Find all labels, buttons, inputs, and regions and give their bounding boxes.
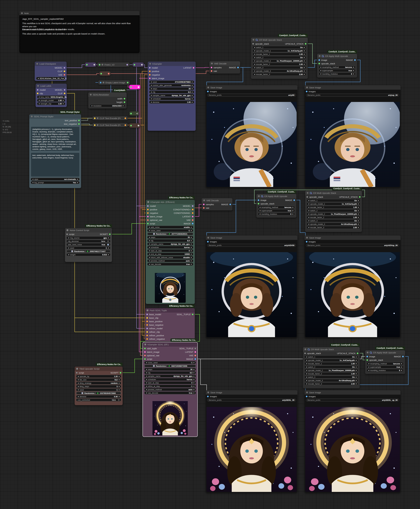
clip-port-icon[interactable] [37, 93, 38, 94]
tile-size-widget[interactable]: ◀tile_size512▶ [76, 378, 121, 381]
collapse-dot-icon[interactable] [97, 117, 98, 119]
control-after-generate-widget[interactable]: ◀control_after_generaterandomize▶ [149, 84, 194, 87]
input-sdxl-tuple[interactable]: sdxl_tuple [144, 347, 157, 350]
input-latent-image[interactable]: latent_image [144, 351, 159, 353]
randomize-seed-button[interactable]: ⚄Randomize /♻209374621771027 [67, 250, 111, 253]
node-empty-latent-image[interactable]: Empty Latent Image [98, 80, 130, 85]
collapse-dot-icon[interactable] [319, 55, 321, 57]
input-samples[interactable]: samples [203, 203, 214, 206]
input-base-positive[interactable]: base_positive [146, 320, 163, 323]
resolution-widget[interactable]: ◀resolution1024x1024▶ [90, 104, 125, 107]
image-port-icon[interactable] [367, 356, 368, 357]
filename-prefix-widget[interactable]: filename_prefixarty\ADV00 [207, 244, 296, 247]
node-load-checkpoint[interactable]: Load Checkpoint MODEL CLIP VAE ◀SDXL\Kit… [35, 62, 67, 81]
string-port-icon[interactable] [78, 123, 80, 125]
collapse-square-icon[interactable] [67, 229, 68, 231]
input-samples[interactable]: samples [211, 66, 222, 69]
upscale-model-3-widget[interactable]: ◀upscale_model_34x-UltraSharp.pth▶ [307, 223, 360, 226]
resampling-method-widget[interactable]: ◀resampling_methodlanczos▶ [258, 206, 295, 209]
cfg-widget[interactable]: ◀cfg8.0▶ [144, 371, 196, 374]
output-latent[interactable]: LATENT [182, 215, 194, 218]
strength-clip-widget[interactable]: ◀strength_clip1.00▶ [37, 102, 65, 105]
output-vae[interactable]: VAE [187, 219, 194, 221]
input-vae[interactable]: vae [211, 70, 217, 72]
input-latent-image[interactable]: latent_image [149, 77, 164, 80]
input-negative[interactable]: negative [147, 212, 158, 214]
prev-arrow-icon[interactable]: ◀ [38, 78, 39, 79]
cond-port-icon[interactable] [146, 324, 148, 326]
collapse-square-icon[interactable] [147, 310, 148, 311]
input-images[interactable]: images [306, 395, 316, 398]
script-port-icon[interactable] [76, 372, 78, 374]
image-port-icon[interactable] [318, 59, 320, 61]
input-upscale-stack[interactable]: upscale_stack [258, 202, 274, 205]
rescale-factor-2-widget[interactable]: ◀rescale_factor_21.00▶ [307, 216, 360, 219]
stack-port-icon[interactable] [307, 196, 308, 198]
clip-in-port-icon[interactable] [94, 118, 96, 119]
output-model[interactable]: MODEL [55, 66, 65, 69]
vae-port-icon[interactable] [192, 219, 194, 221]
image-port-icon[interactable] [306, 91, 308, 92]
int-port-icon[interactable] [124, 101, 125, 103]
input-positive[interactable]: positive [147, 208, 157, 211]
upscale-model-1-widget[interactable]: ◀upscale_model_11x_ArtClarity.pth▶ [307, 202, 360, 205]
input-image[interactable]: image [258, 199, 266, 201]
node-cr-apply-multi-upscale-3[interactable]: CR Apply Multi Upscale imageIMAGE upscal… [365, 350, 405, 374]
seed-widget[interactable]: ◀seed473100963879883▶ [149, 81, 194, 83]
upscale-model-1-widget[interactable]: ◀upscale_model_11x_ArtClarity.pth▶ [304, 359, 358, 362]
input-images[interactable]: images [207, 240, 217, 243]
denoise-widget[interactable]: ◀denoise0.40▶ [76, 395, 121, 398]
output-vae[interactable]: VAE [189, 354, 196, 357]
latent-port-icon[interactable] [192, 216, 194, 217]
latent-port-icon[interactable] [211, 67, 212, 68]
sampler-name-widget[interactable]: ◀sampler_namedpmpp_3m_sde_gpu▶ [144, 375, 196, 377]
collapse-square-icon[interactable] [76, 368, 78, 370]
image-port-icon[interactable] [237, 67, 239, 68]
switch-3-widget[interactable]: ◀switch_3On▶ [307, 219, 360, 222]
seed-widget[interactable]: ◀seed-1▶ [76, 388, 121, 391]
supersample-widget[interactable]: ◀supersampletrue▶ [367, 366, 404, 369]
output-image[interactable]: IMAGE [285, 199, 295, 201]
tuple-port-icon[interactable] [195, 348, 196, 349]
input-optional-vae[interactable]: optional_vae [147, 219, 162, 221]
toggle-off-icon[interactable] [107, 240, 109, 242]
clip-port-icon[interactable] [64, 71, 65, 72]
node-sdxl-resolution[interactable]: SDXLResolution width height ◀resolution1… [88, 92, 127, 109]
stack-port-icon[interactable] [252, 43, 254, 44]
stack-port-icon[interactable] [318, 63, 320, 64]
model-port-icon[interactable] [64, 89, 65, 91]
switch-1-widget[interactable]: ◀switch_1On▶ [304, 355, 358, 358]
latent-port-icon[interactable] [193, 67, 194, 69]
image-port-icon[interactable] [306, 396, 308, 397]
toggle-on-icon[interactable] [107, 244, 109, 246]
input-refiner-clip[interactable]: refiner_clip [146, 331, 160, 333]
input-clip[interactable]: clip [37, 92, 43, 95]
sampler-name-widget[interactable]: ◀sampler_namedpmpp_3m_sde_gpu▶ [147, 243, 193, 245]
output-model[interactable]: MODEL [183, 205, 194, 207]
steps-widget[interactable]: ◀steps35▶ [147, 236, 193, 239]
log-prompt-widget[interactable]: ◀log_promptYes▶ [31, 181, 80, 184]
latent-port-icon[interactable] [144, 351, 146, 353]
collapse-dot-icon[interactable] [306, 237, 308, 239]
upscale-model-3-widget[interactable]: ◀upscale_model_34x-UltraSharp.pth▶ [304, 379, 358, 382]
output-latent[interactable]: LATENT [183, 66, 194, 69]
switch-1-widget[interactable]: ◀switch_1On▶ [252, 46, 306, 49]
node-vae-decode-2[interactable]: VAE Decode samplesIMAGE vae [202, 198, 232, 210]
reroute-model-2[interactable] [133, 62, 144, 67]
stack-port-icon[interactable] [357, 353, 358, 354]
output-vae[interactable]: VAE [58, 74, 65, 76]
model-port-icon[interactable] [147, 205, 149, 207]
cond-port-icon[interactable] [146, 338, 148, 340]
collapse-dot-icon[interactable] [306, 391, 308, 393]
cond-port-icon[interactable] [146, 335, 148, 336]
output-image[interactable]: IMAGE [186, 358, 196, 360]
collapse-dot-icon[interactable] [103, 82, 104, 83]
denoise-widget[interactable]: ◀denoise1.00▶ [149, 101, 194, 103]
output-clip[interactable]: CLIP [58, 70, 65, 73]
output-script[interactable]: SCRIPT [111, 371, 121, 374]
model-port-icon[interactable] [146, 328, 148, 329]
noise-seed-widget[interactable]: ◀noise_seed-1▶ [144, 361, 196, 364]
cond-port-icon[interactable] [146, 321, 148, 322]
collapse-dot-icon[interactable] [31, 116, 33, 117]
collapse-dot-icon[interactable] [207, 237, 209, 239]
